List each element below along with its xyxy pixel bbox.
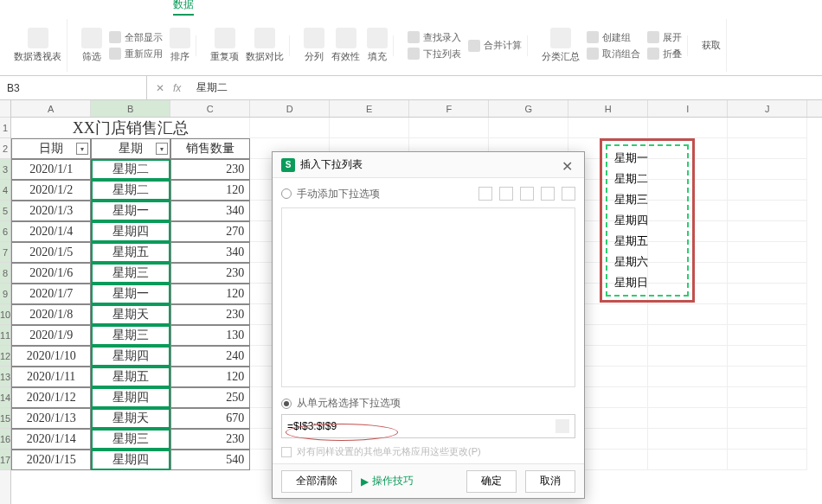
row-header[interactable]: 4 <box>0 180 10 201</box>
subtotal-button[interactable]: 分类汇总 <box>542 28 580 63</box>
cancel-button[interactable]: 取消 <box>525 470 575 493</box>
row-header[interactable]: 9 <box>0 284 10 304</box>
row-header[interactable]: 5 <box>0 201 10 221</box>
cell[interactable]: 2020/1/13 <box>11 408 91 429</box>
cell[interactable]: 星期天 <box>91 304 170 325</box>
col-header[interactable]: E <box>330 100 409 117</box>
col-header[interactable]: A <box>11 100 91 117</box>
name-box[interactable]: B3 <box>0 76 147 99</box>
source-item[interactable]: 星期四 <box>609 210 685 231</box>
cell[interactable]: 2020/1/15 <box>11 450 91 470</box>
cell[interactable]: 2020/1/3 <box>11 201 91 221</box>
col-header[interactable]: D <box>250 100 330 117</box>
consolidate-button[interactable]: 合并计算 <box>468 39 522 52</box>
group-button[interactable]: 创建组 <box>587 31 640 44</box>
cell[interactable]: 2020/1/14 <box>11 429 91 450</box>
row-header[interactable]: 8 <box>0 263 10 284</box>
move-down-icon[interactable] <box>520 187 534 201</box>
row-header[interactable]: 16 <box>0 429 10 450</box>
ungroup-button[interactable]: 取消组合 <box>587 48 640 61</box>
cell[interactable]: 星期二 <box>91 159 170 180</box>
column-headers[interactable]: ABCDEFGHIJK <box>11 100 822 118</box>
validation-button[interactable]: 有效性 <box>331 28 360 63</box>
cell[interactable]: 2020/1/10 <box>11 346 91 367</box>
filter-toggle-icon[interactable]: ▾ <box>156 143 168 155</box>
col-header[interactable]: J <box>728 100 807 117</box>
cell[interactable]: 120 <box>170 367 250 387</box>
row-header[interactable]: 14 <box>0 387 10 408</box>
cell[interactable]: 2020/1/2 <box>11 180 91 201</box>
col-header-date[interactable]: 日期▾ <box>11 138 91 159</box>
col-header[interactable]: I <box>648 100 728 117</box>
tips-link[interactable]: ▶操作技巧 <box>361 474 414 488</box>
source-item[interactable]: 星期六 <box>609 252 685 272</box>
collapse-button[interactable]: 折叠 <box>647 48 682 61</box>
source-item[interactable]: 星期五 <box>609 231 685 252</box>
lookup-button[interactable]: 查找录入 <box>408 31 461 44</box>
show-all-button[interactable]: 全部显示 <box>109 31 163 44</box>
cell[interactable]: 230 <box>170 159 250 180</box>
cell[interactable]: 2020/1/1 <box>11 159 91 180</box>
compare-button[interactable]: 数据对比 <box>246 28 284 63</box>
row-header[interactable]: 10 <box>0 304 10 325</box>
move-up-icon[interactable] <box>541 187 555 201</box>
pivot-button[interactable]: 数据透视表 <box>14 28 61 63</box>
col-header[interactable]: K <box>807 100 822 117</box>
manual-options-list[interactable] <box>281 207 575 387</box>
add-option-icon[interactable] <box>478 187 492 201</box>
cell[interactable]: 星期四 <box>91 387 170 408</box>
import-button[interactable]: 获取 <box>702 39 721 52</box>
cell[interactable]: 2020/1/6 <box>11 263 91 284</box>
cell[interactable]: 星期三 <box>91 429 170 450</box>
col-header-qty[interactable]: 销售数量 <box>170 138 250 159</box>
cell[interactable]: 670 <box>170 408 250 429</box>
apply-other-checkbox[interactable]: 对有同样设置的其他单元格应用这些更改(P) <box>281 445 575 458</box>
cell[interactable]: 星期三 <box>91 325 170 346</box>
cell[interactable]: 2020/1/12 <box>11 387 91 408</box>
cell[interactable]: 120 <box>170 284 250 304</box>
source-item[interactable]: 星期日 <box>609 272 685 293</box>
cell[interactable]: 230 <box>170 263 250 284</box>
cell[interactable]: 星期天 <box>91 408 170 429</box>
row-header[interactable]: 15 <box>0 408 10 429</box>
cell[interactable]: 星期四 <box>91 346 170 367</box>
cell[interactable]: 230 <box>170 304 250 325</box>
dropdown-source-range[interactable]: 星期一星期二星期三星期四星期五星期六星期日 <box>606 144 689 297</box>
clear-all-button[interactable]: 全部清除 <box>281 470 352 493</box>
source-item[interactable]: 星期一 <box>609 148 685 169</box>
close-icon[interactable]: ✕ <box>562 158 575 172</box>
dedup-button[interactable]: 重复项 <box>210 28 239 63</box>
col-header[interactable]: F <box>409 100 489 117</box>
cell[interactable]: 340 <box>170 201 250 221</box>
col-header[interactable]: B <box>91 100 170 117</box>
cell[interactable]: 230 <box>170 429 250 450</box>
cell[interactable]: 星期四 <box>91 450 170 470</box>
formula-input[interactable]: 星期二 <box>189 80 822 95</box>
cell[interactable]: 120 <box>170 180 250 201</box>
row-header[interactable]: 7 <box>0 242 10 263</box>
cancel-icon[interactable]: ✕ <box>156 82 164 94</box>
radio-from-range[interactable]: 从单元格选择下拉选项 <box>281 396 575 411</box>
cell[interactable]: 2020/1/7 <box>11 284 91 304</box>
cell[interactable]: 星期一 <box>91 284 170 304</box>
range-input[interactable] <box>287 420 555 432</box>
row-header[interactable]: 6 <box>0 221 10 242</box>
cell[interactable]: 星期一 <box>91 201 170 221</box>
dropdown-button[interactable]: 下拉列表 <box>408 48 461 61</box>
source-item[interactable]: 星期三 <box>609 189 685 210</box>
cell[interactable]: 星期五 <box>91 242 170 263</box>
range-picker-icon[interactable] <box>555 419 569 433</box>
row-header[interactable]: 12 <box>0 346 10 367</box>
reapply-button[interactable]: 重新应用 <box>109 48 163 61</box>
remove-option-icon[interactable] <box>499 187 513 201</box>
sort-button[interactable]: 排序 <box>170 28 190 63</box>
col-header[interactable]: G <box>489 100 568 117</box>
cell[interactable]: 2020/1/4 <box>11 221 91 242</box>
cell[interactable]: 540 <box>170 450 250 470</box>
radio-manual[interactable]: 手动添加下拉选项 <box>281 187 380 201</box>
row-header[interactable]: 11 <box>0 325 10 346</box>
cell[interactable]: 2020/1/9 <box>11 325 91 346</box>
row-header[interactable]: 13 <box>0 367 10 387</box>
fill-button[interactable]: 填充 <box>367 28 388 63</box>
cell[interactable]: 130 <box>170 325 250 346</box>
